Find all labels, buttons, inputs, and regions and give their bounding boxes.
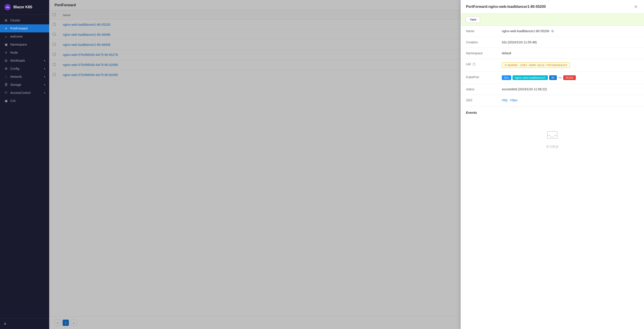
detail-header: PortForward:nginx-web-loadblancer1-80-55… — [461, 0, 644, 14]
local-port-badge: 55200 — [563, 75, 576, 80]
sidebar-item-label-workloads: Workloads — [10, 59, 25, 62]
name-field-value: nginx-web-loadblancer1-80-55200 ⧉ — [496, 26, 644, 37]
sidebar-item-label-node: Node — [10, 51, 18, 54]
sidebar-item-portforward[interactable]: ≡ PortForward — [0, 24, 49, 32]
sidebar-item-storage[interactable]: 🗄 Storage ▾ — [0, 81, 49, 89]
access-field-value: Http Https — [496, 95, 644, 106]
detail-namespace-row: Namespace default — [461, 48, 644, 59]
sidebar-header: Blazor K8S — [0, 0, 49, 14]
name-value-text: nginx-web-loadblancer1-80-55200 — [502, 29, 549, 33]
copy-name-icon[interactable]: ⧉ — [552, 29, 554, 33]
sidebar-footer[interactable]: ≡ — [0, 319, 49, 329]
sidebar-item-label-accesscontrol: AccessControl — [10, 91, 30, 94]
sidebar-item-crd[interactable]: ▣ Crd — [0, 97, 49, 105]
sidebar-item-node[interactable]: ≡ Node — [0, 48, 49, 56]
namespace-icon: ▣ — [4, 43, 8, 46]
workloads-arrow: ▾ — [44, 59, 45, 62]
uid-label-text: Uid — [466, 62, 471, 66]
footer-menu-icon: ≡ — [4, 322, 6, 326]
events-title: Events — [466, 111, 639, 114]
yaml-bar: Yaml — [461, 14, 644, 26]
events-section: Events 暂无数据 — [461, 106, 644, 162]
https-link[interactable]: Https — [510, 98, 518, 102]
app-title: Blazor K8S — [14, 5, 32, 9]
welcome-icon: ⌂ — [4, 35, 8, 38]
creation-field-value: 42s (2024/1/24 11:55:48) — [496, 37, 644, 48]
main-content: PortForward 6 Items Name Namespace nginx… — [49, 0, 644, 329]
sidebar-item-namespace[interactable]: ▣ Namespace — [0, 40, 49, 48]
status-field-label: status — [461, 84, 496, 95]
workloads-icon: ⊟ — [4, 59, 8, 62]
detail-creation-row: Creation 42s (2024/1/24 11:55:48) — [461, 37, 644, 48]
uid-badge: 7c4b9d9c-2303-4699-b5cb-f9fe9d3bd243 — [502, 62, 570, 68]
sidebar: Blazor K8S ⊞ Cluster ≡ PortForward ⌂ wel… — [0, 0, 49, 329]
sidebar-item-label-cluster: Cluster — [10, 18, 20, 22]
arrow-text: => — [558, 76, 562, 80]
uid-help-icon: ? — [472, 63, 476, 66]
detail-access-row: 访问 Http Https — [461, 95, 644, 106]
sidebar-item-label-config: Config — [10, 67, 19, 70]
node-icon: ≡ — [4, 51, 8, 54]
port-badge: 80 — [549, 75, 557, 80]
svc-badge: Svc — [502, 75, 511, 80]
cluster-icon: ⊞ — [4, 18, 8, 22]
accesscontrol-arrow: ▾ — [44, 92, 45, 94]
detail-status-row: status succeeded (2024/1/24 11:56:22) — [461, 84, 644, 95]
network-icon: ⋮ — [4, 75, 8, 78]
detail-overlay: PortForward:nginx-web-loadblancer1-80-55… — [49, 0, 644, 329]
detail-panel: PortForward:nginx-web-loadblancer1-80-55… — [461, 0, 644, 329]
sidebar-item-cluster[interactable]: ⊞ Cluster — [0, 16, 49, 24]
status-field-value: succeeded (2024/1/24 11:56:22) — [496, 84, 644, 95]
kubeport-field-label: KubePort — [461, 72, 496, 84]
sidebar-item-accesscontrol[interactable]: 🛡 AccessControl ▾ — [0, 89, 49, 97]
uid-field-label: Uid ? — [461, 59, 496, 72]
sidebar-item-label-storage: Storage — [10, 83, 21, 86]
sidebar-item-label-namespace: Namespace — [10, 43, 27, 46]
detail-name-row: Name nginx-web-loadblancer1-80-55200 ⧉ — [461, 26, 644, 37]
namespace-field-value: default — [496, 48, 644, 59]
kubeport-container: Svc nginx-web-loadblancer1 80 => 55200 — [502, 75, 639, 80]
service-name-badge: nginx-web-loadblancer1 — [512, 75, 548, 80]
crd-icon: ▣ — [4, 99, 8, 103]
close-button[interactable]: ✕ — [633, 3, 639, 10]
svg-point-1 — [7, 6, 8, 8]
config-arrow: ▾ — [44, 67, 45, 70]
sidebar-item-workloads[interactable]: ⊟ Workloads ▾ — [0, 56, 49, 65]
storage-icon: 🗄 — [4, 83, 8, 86]
sidebar-item-config[interactable]: ⚙ Config ▾ — [0, 65, 49, 73]
network-arrow: ▾ — [44, 75, 45, 78]
storage-arrow: ▾ — [44, 84, 45, 86]
creation-field-label: Creation — [461, 37, 496, 48]
detail-info-table: Name nginx-web-loadblancer1-80-55200 ⧉ C… — [461, 26, 644, 106]
namespace-field-label: Namespace — [461, 48, 496, 59]
detail-kubeport-row: KubePort Svc nginx-web-loadblancer1 80 =… — [461, 72, 644, 84]
empty-state: 暂无数据 — [466, 120, 639, 158]
sidebar-item-label-network: Network — [10, 75, 22, 78]
detail-title: PortForward:nginx-web-loadblancer1-80-55… — [466, 5, 546, 9]
yaml-button[interactable]: Yaml — [466, 16, 480, 23]
access-field-label: 访问 — [461, 95, 496, 106]
sidebar-nav: ⊞ Cluster ≡ PortForward ⌂ welcome ▣ Name… — [0, 14, 49, 319]
sidebar-item-label-welcome: welcome — [10, 35, 22, 38]
uid-field-value: 7c4b9d9c-2303-4699-b5cb-f9fe9d3bd243 — [496, 59, 644, 72]
empty-text: 暂无数据 — [546, 145, 558, 149]
portforward-icon: ≡ — [4, 26, 8, 30]
empty-inbox-icon — [546, 129, 559, 142]
sidebar-item-network[interactable]: ⋮ Network ▾ — [0, 73, 49, 81]
config-icon: ⚙ — [4, 67, 8, 70]
kubeport-field-value: Svc nginx-web-loadblancer1 80 => 55200 — [496, 72, 644, 84]
http-link[interactable]: Http — [502, 98, 508, 102]
sidebar-item-label-portforward: PortForward — [10, 26, 28, 30]
svg-rect-2 — [548, 131, 557, 139]
name-field-label: Name — [461, 26, 496, 37]
app-logo — [4, 3, 11, 11]
detail-uid-row: Uid ? 7c4b9d9c-2303-4699-b5cb-f9fe9d3bd2… — [461, 59, 644, 72]
accesscontrol-icon: 🛡 — [4, 91, 8, 94]
sidebar-item-label-crd: Crd — [10, 99, 16, 103]
sidebar-item-welcome[interactable]: ⌂ welcome — [0, 32, 49, 40]
